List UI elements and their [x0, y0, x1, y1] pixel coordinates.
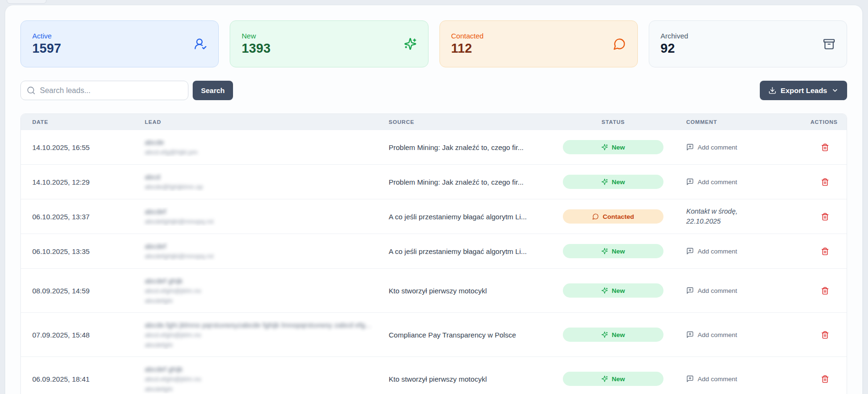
trash-icon: [821, 331, 829, 339]
lead-name-redacted: abcdef: [145, 242, 380, 251]
export-leads-label: Export Leads: [781, 86, 827, 95]
delete-lead-button[interactable]: [820, 330, 830, 340]
search-button[interactable]: Search: [193, 81, 233, 100]
add-comment-label: Add comment: [698, 178, 737, 186]
lead-date: 06.09.2025, 18:41: [21, 375, 136, 383]
table-row: 14.10.2025, 16:55 abcde abcd.efg@hijkl.p…: [21, 130, 847, 164]
add-comment-button[interactable]: Add comment: [686, 331, 737, 338]
status-badge-new: New: [563, 328, 663, 342]
export-leads-button[interactable]: Export Leads: [760, 81, 847, 100]
delete-lead-button[interactable]: [820, 142, 830, 152]
status-badge-label: New: [612, 287, 625, 294]
table-row: 06.09.2025, 18:41 abcdef ghijk abcd.efgh…: [21, 356, 847, 394]
status-cell: Contacted: [554, 209, 672, 224]
column-header-source: SOURCE: [380, 119, 554, 125]
actions-cell: [802, 177, 847, 187]
add-comment-button[interactable]: Add comment: [686, 143, 737, 151]
search-input[interactable]: [40, 86, 182, 95]
search-icon: [27, 86, 36, 95]
sparkles-icon: [601, 178, 608, 185]
status-badge-label: Contacted: [603, 213, 634, 220]
lead-name-redacted: abcde.fghi jklmno pqrstuvwxyzabcde fghij…: [145, 320, 380, 329]
lead-email-redacted: abcde@fghijklmn.op: [145, 183, 380, 191]
status-badge-label: New: [612, 331, 625, 338]
column-header-actions: ACTIONS: [802, 119, 847, 125]
lead-email-redacted: abcd.efghi@jklm.no: [145, 375, 380, 384]
delete-lead-button[interactable]: [820, 177, 830, 187]
lead-date: 06.10.2025, 13:35: [21, 247, 136, 255]
lead-source: Compliance Pay Transparency w Polsce: [380, 331, 554, 339]
comment-cell: Add comment: [672, 247, 802, 255]
add-comment-label: Add comment: [698, 144, 737, 151]
delete-lead-button[interactable]: [820, 246, 830, 256]
comment-cell: Add comment: [672, 331, 802, 338]
lead-name-redacted: abcdef ghijk: [145, 365, 380, 374]
search-box: [20, 81, 188, 100]
leads-table: DATE LEAD SOURCE STATUS COMMENT ACTIONS …: [20, 113, 847, 394]
add-comment-button[interactable]: Add comment: [686, 247, 737, 255]
status-badge-new: New: [563, 175, 663, 189]
column-header-comment: COMMENT: [672, 119, 802, 125]
sparkles-icon: [601, 248, 608, 254]
lead-source: Kto stworzył pierwszy motocykl: [380, 287, 554, 295]
stat-label: Archived: [661, 32, 688, 40]
comment-plus-icon: [686, 287, 694, 294]
status-cell: New: [554, 328, 672, 342]
comment-cell: Add comment: [672, 143, 802, 151]
lead-date: 14.10.2025, 12:29: [21, 178, 136, 186]
column-header-status: STATUS: [554, 119, 672, 125]
lead-identity: abcde abcd.efg@hijkl.pm: [136, 138, 380, 157]
lead-name-redacted: abcde: [145, 138, 380, 147]
comment-cell: Add comment: [672, 178, 802, 186]
table-row: 07.09.2025, 15:48 abcde.fghi jklmno pqrs…: [21, 312, 847, 356]
delete-lead-button[interactable]: [820, 374, 830, 384]
status-badge-label: New: [612, 178, 625, 186]
actions-cell: [802, 330, 847, 340]
add-comment-button[interactable]: Add comment: [686, 287, 737, 294]
comment-plus-icon: [686, 247, 694, 255]
sparkles-icon: [601, 287, 608, 294]
sparkles-icon: [601, 375, 608, 382]
trash-icon: [821, 213, 829, 221]
stat-card-contacted: Contacted 112: [439, 20, 638, 67]
lead-meta-redacted: abcdefghi: [145, 385, 380, 394]
lead-email-redacted: abcd.efg@hijkl.pm: [145, 148, 380, 157]
delete-lead-button[interactable]: [820, 286, 830, 296]
actions-cell: [802, 212, 847, 222]
table-row: 08.09.2025, 14:59 abcdef ghijk abcd.efgh…: [21, 268, 847, 312]
stat-value: 1597: [32, 41, 61, 56]
stat-label: New: [242, 32, 271, 40]
status-cell: New: [554, 175, 672, 189]
stat-label: Active: [32, 32, 61, 40]
lead-source: Problem Mining: Jak znaleźć to, czego fi…: [380, 178, 554, 186]
actions-cell: [802, 246, 847, 256]
add-comment-label: Add comment: [698, 331, 737, 338]
status-badge-new: New: [563, 283, 663, 298]
actions-cell: [802, 374, 847, 384]
status-cell: New: [554, 372, 672, 386]
trash-icon: [821, 287, 829, 295]
stat-value: 112: [451, 41, 484, 56]
add-comment-button[interactable]: Add comment: [686, 178, 737, 186]
status-badge-new: New: [563, 372, 663, 386]
sparkles-icon: [404, 38, 417, 50]
comment-plus-icon: [686, 143, 694, 151]
lead-meta-redacted: abcdefghi: [145, 297, 380, 305]
stat-value: 1393: [242, 41, 271, 56]
archive-icon: [823, 38, 835, 50]
lead-meta-redacted: abcdefghi: [145, 341, 380, 349]
lead-name-redacted: abcdef ghijk: [145, 276, 380, 285]
lead-date: 08.09.2025, 14:59: [21, 287, 136, 295]
comment-cell: Kontakt w środę, 22.10.2025: [672, 206, 802, 226]
add-comment-button[interactable]: Add comment: [686, 375, 737, 383]
delete-lead-button[interactable]: [820, 212, 830, 222]
lead-name-redacted: abcdef: [145, 207, 380, 216]
comment-cell: Add comment: [672, 375, 802, 383]
status-badge-label: New: [612, 144, 625, 151]
stat-card-archived: Archived 92: [649, 20, 847, 67]
lead-date: 06.10.2025, 13:37: [21, 213, 136, 221]
chat-bubble-icon: [613, 38, 626, 50]
stats-row: Active 1597 New 1393 Contacted 112: [20, 20, 847, 67]
lead-identity: abcdef ghijk abcd.efghi@jklm.no abcdefgh…: [136, 276, 380, 305]
leads-dashboard: Active 1597 New 1393 Contacted 112: [5, 5, 863, 394]
